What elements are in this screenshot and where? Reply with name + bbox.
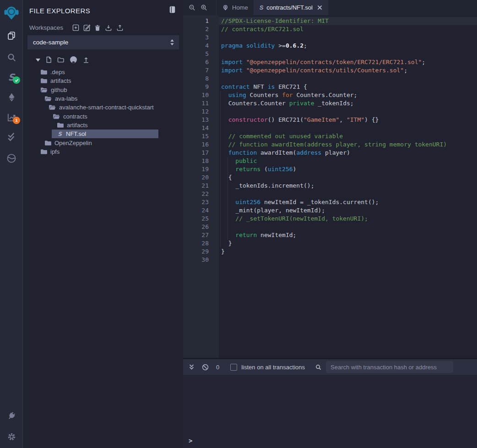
tree-item-openzeppelin[interactable]: OpenZeppelin <box>23 138 183 147</box>
terminal-output[interactable]: > <box>183 375 477 448</box>
solidity-file-icon: S <box>260 4 264 11</box>
terminal-search-icon <box>315 364 322 371</box>
tree-item-label: contracts <box>63 113 87 120</box>
code-line-16: // function awardItem(address player, st… <box>221 140 477 149</box>
code-line-3 <box>221 33 477 42</box>
workspaces-label: Workspaces <box>29 24 63 31</box>
tab-contracts-nft-sol[interactable]: S contracts/NFT.sol <box>254 0 328 15</box>
code-line-22 <box>221 190 477 198</box>
folder-closed-icon <box>40 149 47 155</box>
code-line-30 <box>221 256 477 264</box>
tree-item--deps[interactable]: .deps <box>23 68 183 76</box>
zoom-in-icon[interactable] <box>198 0 210 15</box>
folder-closed-icon <box>40 78 47 84</box>
select-updown-icon <box>170 39 174 47</box>
code-line-25: // _setTokenURI(newItemId, tokenURI); <box>221 215 477 223</box>
code-content: //SPDX-License-Identifier: MIT// contrac… <box>219 15 477 358</box>
deploy-run-icon[interactable] <box>0 90 23 104</box>
svg-text:S: S <box>58 131 62 137</box>
upload-file-icon[interactable] <box>83 56 89 63</box>
settings-icon[interactable] <box>0 430 23 443</box>
code-line-12 <box>221 108 477 116</box>
code-line-4: pragma solidity >=0.6.2; <box>221 42 477 50</box>
analysis-count-badge: 1 <box>13 117 20 124</box>
tab-home[interactable]: Home <box>216 0 254 15</box>
remix-logo[interactable] <box>0 5 23 21</box>
folder-open-icon <box>53 113 60 119</box>
clear-console-icon[interactable] <box>202 364 209 371</box>
tree-item-nft-sol[interactable]: SNFT.sol <box>23 130 183 138</box>
plugin-circle-icon[interactable] <box>0 151 23 165</box>
file-explorer-icon[interactable] <box>0 29 23 43</box>
code-line-19: returns (uint256) <box>221 165 477 173</box>
code-line-1: //SPDX-License-Identifier: MIT <box>221 17 477 25</box>
download-workspace-icon[interactable] <box>105 24 112 31</box>
tree-item-contracts[interactable]: contracts <box>23 112 183 120</box>
line-number-gutter: 1234567891011121314151617181920212223242… <box>183 15 219 358</box>
folder-open-icon <box>44 96 52 102</box>
code-line-2: // contracts/ERC721.sol <box>221 25 477 33</box>
static-analysis-icon[interactable]: 1 <box>0 110 23 124</box>
plugin-manager-icon[interactable] <box>0 409 23 423</box>
restore-workspace-icon[interactable] <box>116 24 124 31</box>
terminal-search-input[interactable] <box>326 361 453 373</box>
collapse-caret-icon[interactable] <box>36 58 40 62</box>
code-line-26 <box>221 223 477 231</box>
close-tab-icon[interactable] <box>317 5 322 10</box>
tree-item-artifacts[interactable]: artifacts <box>23 76 183 85</box>
code-line-11: Counters.Counter private _tokenIds; <box>221 99 477 108</box>
folder-open-icon <box>40 87 48 93</box>
terminal-collapse-icon[interactable] <box>189 364 195 370</box>
workspace-select[interactable]: code-sample <box>27 35 179 49</box>
tree-item-ava-labs[interactable]: ava-labs <box>23 94 183 103</box>
tree-item-label: avalanche-smart-contract-quickstart <box>59 104 154 111</box>
file-explorer-panel: FILE EXPLORERS Workspaces code-sample <box>23 0 183 448</box>
code-line-5 <box>221 50 477 58</box>
tree-item-ipfs[interactable]: ipfs <box>23 147 183 156</box>
code-line-6: import "@openzeppelin/contracts/token/ER… <box>221 58 477 66</box>
code-line-10: using Counters for Counters.Counter; <box>221 91 477 99</box>
code-line-14 <box>221 124 477 132</box>
unit-testing-icon[interactable] <box>0 130 23 144</box>
code-line-17: function awardItem(address player) <box>221 149 477 157</box>
file-tree: .depsartifactsgithubava-labsavalanche-sm… <box>23 68 183 156</box>
solidity-compiler-icon[interactable]: S <box>0 70 23 84</box>
code-editor[interactable]: 1234567891011121314151617181920212223242… <box>183 15 477 358</box>
tree-item-label: artifacts <box>67 122 88 129</box>
search-icon[interactable] <box>0 50 23 64</box>
editor-tab-bar: Home S contracts/NFT.sol <box>183 0 477 15</box>
workspace-selected-value: code-sample <box>33 39 68 46</box>
zoom-out-icon[interactable] <box>186 0 198 15</box>
code-line-27: return newItemId; <box>221 231 477 239</box>
tree-item-label: ipfs <box>50 148 60 155</box>
listen-transactions-label: listen on all transactions <box>241 364 305 371</box>
tree-item-label: NFT.sol <box>66 130 86 137</box>
folder-open-icon <box>49 104 56 110</box>
code-line-20: { <box>221 173 477 182</box>
code-line-24: _mint(player, newItemId); <box>221 206 477 215</box>
folder-closed-icon <box>44 140 51 146</box>
tree-item-avalanche-smart-contract-quickstart[interactable]: avalanche-smart-contract-quickstart <box>23 103 183 112</box>
solidity-file-icon: S <box>57 131 63 137</box>
create-workspace-icon[interactable] <box>72 24 79 31</box>
new-file-icon[interactable] <box>46 56 52 63</box>
code-line-23: uint256 newItemId = _tokenIds.current(); <box>221 198 477 206</box>
tree-item-github[interactable]: github <box>23 86 183 94</box>
code-line-28: } <box>221 239 477 248</box>
tree-item-label: OpenZeppelin <box>54 140 92 146</box>
code-line-8 <box>221 75 477 83</box>
tree-item-label: .deps <box>50 69 65 76</box>
code-line-21: _tokenIds.increment(); <box>221 182 477 190</box>
folder-closed-icon <box>40 69 47 75</box>
compiler-success-badge <box>13 76 20 84</box>
code-line-13: constructor() ERC721("GameItem", "ITM") … <box>221 116 477 124</box>
documentation-book-icon[interactable] <box>169 6 176 15</box>
tree-item-artifacts[interactable]: artifacts <box>23 121 183 130</box>
publish-gist-github-icon[interactable] <box>70 56 77 64</box>
delete-workspace-icon[interactable] <box>94 24 101 31</box>
code-line-9: contract NFT is ERC721 { <box>221 83 477 91</box>
new-folder-icon[interactable] <box>57 57 64 63</box>
terminal-toolbar: 0 listen on all transactions <box>183 359 477 375</box>
rename-workspace-icon[interactable] <box>83 24 90 31</box>
listen-transactions-checkbox[interactable] <box>230 364 237 371</box>
